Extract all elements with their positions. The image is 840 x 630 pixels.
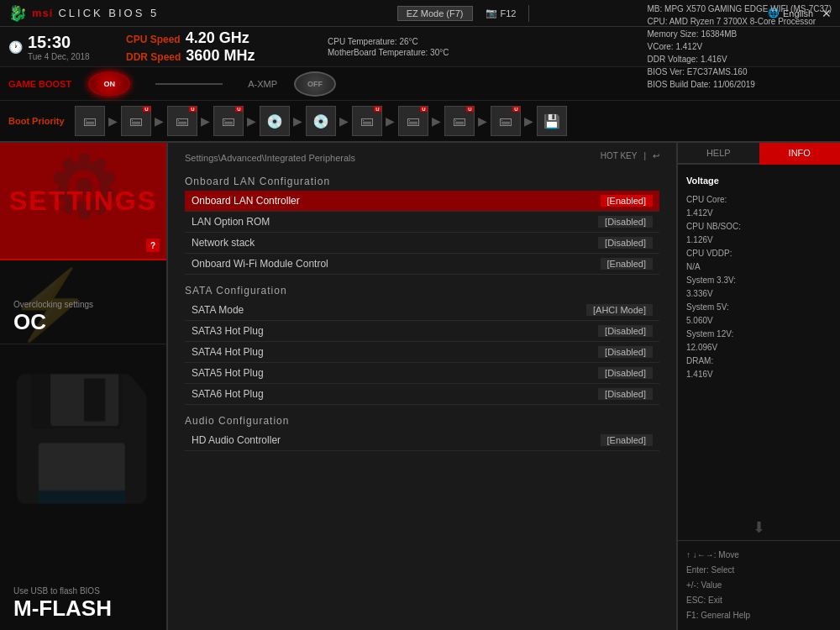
boot-device-11[interactable]: 💾 bbox=[537, 106, 567, 136]
network-stack-value: [Disabled] bbox=[598, 237, 653, 249]
usb-icon-7: 🖴 bbox=[499, 113, 512, 129]
cpu-nbsoc-label: CPU NB/SOC: bbox=[686, 220, 832, 234]
boot-arrow-9: ▶ bbox=[478, 114, 487, 128]
sata3-hot-plug-value: [Disabled] bbox=[598, 325, 653, 337]
boot-device-9[interactable]: 🖴U bbox=[444, 106, 475, 136]
boot-device-8[interactable]: 🖴U bbox=[398, 106, 428, 136]
mflash-label: M-FLASH bbox=[13, 596, 112, 622]
setting-row-wifi-module[interactable]: Onboard Wi-Fi Module Control [Enabled] bbox=[185, 254, 659, 275]
game-boost-toggle[interactable]: ON bbox=[88, 71, 130, 97]
info-tabs: HELP INFO bbox=[678, 143, 840, 165]
hd-audio-label: HD Audio Controller bbox=[192, 434, 281, 446]
boot-bar: Boot Priority 🖴 ▶ 🖴U ▶ 🖴U ▶ 🖴U ▶ 💿 ▶ 💿 ▶… bbox=[0, 101, 840, 143]
ddr-speed-line: DDR Speed 3600 MHz bbox=[126, 47, 311, 65]
hotkey-label: HOT KEY bbox=[601, 151, 638, 160]
camera-icon: 📷 bbox=[486, 8, 497, 18]
sys12v-label: System 12V: bbox=[686, 328, 832, 341]
ez-mode-button[interactable]: EZ Mode (F7) bbox=[397, 6, 473, 21]
game-boost-label: GAME BOOST bbox=[8, 79, 71, 89]
sidebar-item-settings[interactable]: SETTINGS ? bbox=[0, 143, 166, 260]
sidebar: SETTINGS ? Overclocking settings OC Use … bbox=[0, 143, 168, 630]
wifi-module-label: Onboard Wi-Fi Module Control bbox=[192, 258, 328, 270]
sata-mode-value: [AHCI Mode] bbox=[586, 304, 653, 316]
tab-info[interactable]: INFO bbox=[759, 143, 841, 165]
msi-text: msi bbox=[32, 7, 53, 19]
mb-temp-row: MotherBoard Temperature: 30°C bbox=[328, 48, 449, 57]
ddr-speed-label: DDR Speed bbox=[126, 51, 181, 63]
keybind-move: ↑ ↓←→: Move bbox=[686, 548, 832, 563]
setting-row-hd-audio[interactable]: HD Audio Controller [Enabled] bbox=[185, 430, 659, 451]
cd-icon-2: 💿 bbox=[312, 113, 329, 129]
section-title-sata: SATA Configuration bbox=[185, 285, 659, 297]
temp-section: CPU Temperature: 26°C MotherBoard Temper… bbox=[328, 37, 449, 57]
bios-ver-info: BIOS Ver: E7C37AMS.160 bbox=[648, 66, 832, 78]
usb-icon-5: 🖴 bbox=[407, 113, 420, 129]
setting-row-onboard-lan-controller[interactable]: Onboard LAN Controller [Enabled] bbox=[185, 191, 659, 212]
setting-row-sata4-hot-plug[interactable]: SATA4 Hot Plug [Disabled] bbox=[185, 342, 659, 363]
ddr-voltage-info: DDR Voltage: 1.416V bbox=[648, 53, 832, 66]
keybind-f1: F1: General Help bbox=[686, 608, 832, 623]
network-stack-label: Network stack bbox=[192, 237, 255, 249]
boot-arrow-6: ▶ bbox=[339, 114, 349, 128]
setting-row-lan-option-rom[interactable]: LAN Option ROM [Disabled] bbox=[185, 212, 659, 233]
boot-arrow-3: ▶ bbox=[201, 114, 210, 128]
boot-arrow-1: ▶ bbox=[108, 114, 118, 128]
sata4-hot-plug-value: [Disabled] bbox=[598, 346, 653, 358]
sys12v-value: 12.096V bbox=[686, 341, 832, 354]
setting-row-sata3-hot-plug[interactable]: SATA3 Hot Plug [Disabled] bbox=[185, 321, 659, 342]
time-display: 15:30 bbox=[28, 33, 90, 52]
hdd-icon: 🖴 bbox=[83, 113, 97, 129]
scroll-indicator: ⬇ bbox=[678, 515, 840, 540]
boot-arrow-5: ▶ bbox=[293, 114, 302, 128]
boot-device-2[interactable]: 🖴U bbox=[121, 106, 151, 136]
boot-device-6[interactable]: 💿 bbox=[306, 106, 336, 136]
settings-label: SETTINGS bbox=[9, 186, 157, 217]
memory-info: Memory Size: 16384MB bbox=[648, 28, 832, 40]
help-badge[interactable]: ? bbox=[146, 239, 160, 252]
time-section: 🕐 15:30 Tue 4 Dec, 2018 bbox=[8, 33, 109, 61]
bios-title: CLICK BIOS 5 bbox=[58, 7, 159, 19]
back-icon[interactable]: ↩ bbox=[653, 151, 659, 160]
sys5v-value: 5.060V bbox=[686, 314, 832, 328]
tab-help[interactable]: HELP bbox=[678, 143, 759, 165]
info-bar: 🕐 15:30 Tue 4 Dec, 2018 CPU Speed 4.20 G… bbox=[0, 27, 840, 67]
usb-icon-4: 🖴 bbox=[360, 113, 374, 129]
cpu-speed-value: 4.20 GHz bbox=[186, 29, 249, 47]
cpu-core-value: 1.412V bbox=[686, 207, 832, 220]
sata3-hot-plug-label: SATA3 Hot Plug bbox=[192, 325, 264, 337]
setting-row-sata5-hot-plug[interactable]: SATA5 Hot Plug [Disabled] bbox=[185, 363, 659, 384]
sata5-hot-plug-value: [Disabled] bbox=[598, 367, 653, 379]
ddr-speed-value: 3600 MHz bbox=[186, 47, 255, 65]
pipe-separator: | bbox=[643, 151, 646, 160]
sys5v-label: System 5V: bbox=[686, 301, 832, 314]
sidebar-item-mflash[interactable]: Use USB to flash BIOS M-FLASH bbox=[0, 344, 166, 630]
sata5-hot-plug-label: SATA5 Hot Plug bbox=[192, 367, 264, 379]
cpu-speed-line: CPU Speed 4.20 GHz bbox=[126, 29, 311, 47]
boot-device-5[interactable]: 💿 bbox=[260, 106, 290, 136]
hd-audio-value: [Enabled] bbox=[601, 434, 653, 446]
boot-device-4[interactable]: 🖴U bbox=[213, 106, 244, 136]
oc-sublabel: Overclocking settings bbox=[13, 300, 93, 309]
voltage-section-label: Voltage bbox=[686, 173, 832, 190]
lan-option-rom-label: LAN Option ROM bbox=[192, 216, 270, 228]
usb-icon-1: 🖴 bbox=[129, 113, 143, 129]
sidebar-item-oc[interactable]: Overclocking settings OC bbox=[0, 260, 166, 344]
boot-device-10[interactable]: 🖴U bbox=[491, 106, 521, 136]
settings-panel: Settings\Advanced\Integrated Peripherals… bbox=[168, 143, 676, 630]
f12-button[interactable]: 📷 F12 bbox=[486, 8, 517, 18]
cpu-vddp-value: N/A bbox=[686, 260, 832, 274]
setting-row-sata-mode[interactable]: SATA Mode [AHCI Mode] bbox=[185, 300, 659, 321]
boot-device-1[interactable]: 🖴 bbox=[75, 106, 105, 136]
setting-row-network-stack[interactable]: Network stack [Disabled] bbox=[185, 233, 659, 254]
axmp-toggle[interactable]: OFF bbox=[294, 71, 336, 97]
boot-device-3[interactable]: 🖴U bbox=[167, 106, 197, 136]
boot-device-7[interactable]: 🖴U bbox=[352, 106, 382, 136]
sys33v-value: 3.336V bbox=[686, 287, 832, 301]
section-title-lan: Onboard LAN Configuration bbox=[185, 176, 659, 187]
setting-row-sata6-hot-plug[interactable]: SATA6 Hot Plug [Disabled] bbox=[185, 384, 659, 405]
usb-icon-6: 🖴 bbox=[453, 113, 466, 129]
info-panel: HELP INFO Voltage CPU Core: 1.412V CPU N… bbox=[676, 143, 840, 630]
oc-label: OC bbox=[13, 309, 46, 335]
mflash-sublabel: Use USB to flash BIOS bbox=[13, 586, 100, 596]
boot-arrow-10: ▶ bbox=[524, 114, 533, 128]
